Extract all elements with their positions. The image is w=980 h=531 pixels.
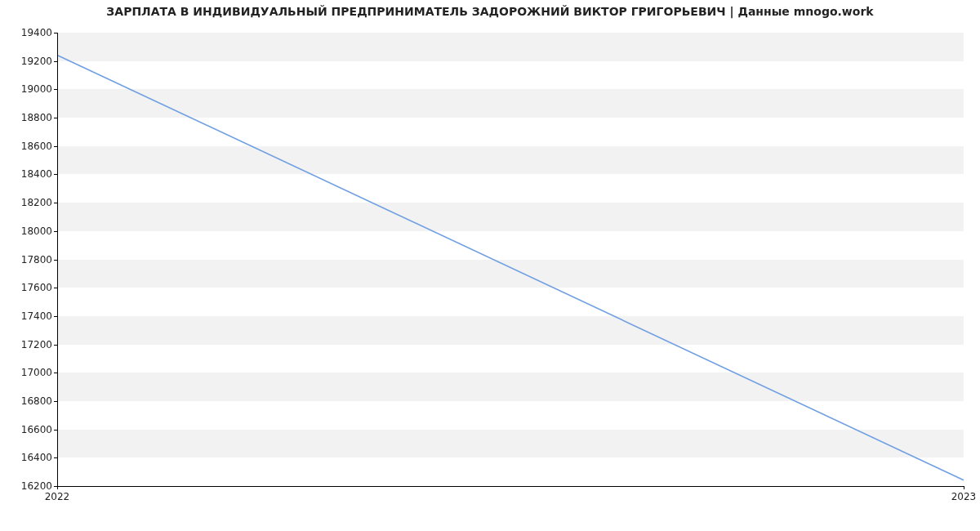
y-axis-spine [57,33,58,486]
y-tick-mark [54,373,57,373]
y-tick-label: 19200 [11,56,52,66]
y-tick-label: 17400 [11,311,52,321]
chart-title: ЗАРПЛАТА В ИНДИВИДУАЛЬНЫЙ ПРЕДПРИНИМАТЕЛ… [0,5,980,18]
y-tick-label: 19400 [11,28,52,38]
y-tick-mark [54,316,57,317]
y-tick-label: 16200 [11,481,52,491]
y-tick-mark [54,231,57,232]
line-series [57,33,964,486]
y-tick-mark [54,33,57,33]
y-tick-mark [54,345,57,346]
y-tick-mark [54,118,57,118]
y-tick-label: 16400 [11,453,52,462]
plot-area [57,33,964,486]
y-tick-label: 18400 [11,169,52,179]
y-tick-label: 18800 [11,113,52,123]
y-tick-label: 18000 [11,226,52,236]
x-tick-label: 2023 [939,492,980,502]
y-tick-mark [54,146,57,147]
y-tick-label: 17800 [11,255,52,265]
y-tick-mark [54,430,57,431]
y-tick-mark [54,401,57,402]
x-tick-mark [57,486,58,489]
y-tick-label: 17000 [11,368,52,377]
x-tick-mark [964,486,964,489]
y-tick-label: 19000 [11,84,52,94]
y-tick-mark [54,260,57,261]
y-tick-label: 16600 [11,425,52,435]
y-tick-mark [54,203,57,203]
x-axis-spine [57,486,964,487]
y-tick-mark [54,61,57,62]
y-tick-label: 17600 [11,283,52,292]
chart-container: ЗАРПЛАТА В ИНДИВИДУАЛЬНЫЙ ПРЕДПРИНИМАТЕЛ… [0,0,980,531]
y-tick-mark [54,89,57,90]
y-tick-label: 16800 [11,396,52,406]
y-tick-label: 17200 [11,340,52,350]
y-tick-label: 18200 [11,198,52,207]
y-tick-mark [54,174,57,175]
y-tick-label: 18600 [11,141,52,151]
x-tick-label: 2022 [33,492,82,502]
y-tick-mark [54,288,57,288]
y-tick-mark [54,457,57,458]
